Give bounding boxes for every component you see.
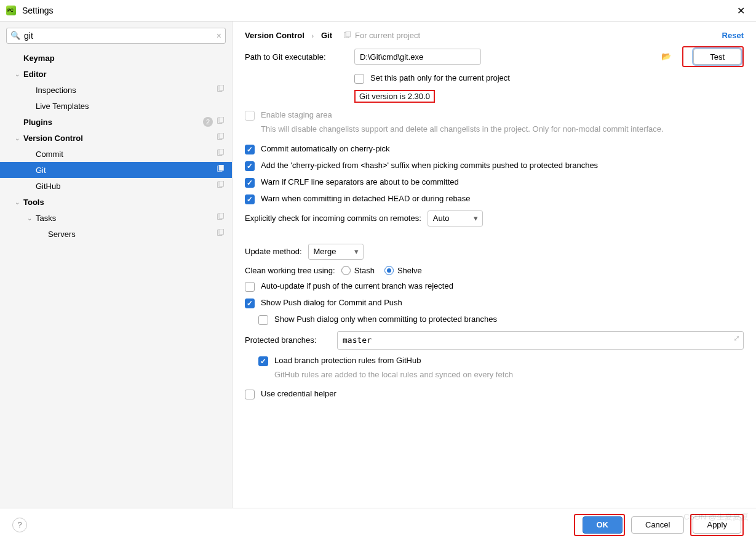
test-button[interactable]: Test [693,49,741,65]
search-input[interactable] [6,28,226,44]
sidebar-item-inspections[interactable]: Inspections [0,82,232,98]
svg-rect-13 [219,213,223,218]
sidebar-item-version-control[interactable]: ⌄Version Control [0,130,232,146]
enable-staging-label: Enable staging area [261,110,332,119]
git-path-input[interactable] [354,49,481,65]
copy-icon [343,31,351,39]
cherry-suffix-label: Add the 'cherry-picked from <hash>' suff… [261,161,598,170]
folder-icon[interactable]: 📂 [661,52,671,61]
sidebar-item-editor[interactable]: ⌄Editor [0,66,232,82]
protected-label: Protected branches: [245,335,337,345]
sidebar-item-servers[interactable]: Servers [0,226,232,242]
explicit-check-select[interactable]: Auto [428,210,483,226]
git-version-text: Git version is 2.30.0 [354,90,435,103]
svg-rect-7 [219,149,223,154]
window-title: Settings [22,6,54,15]
app-icon [6,6,16,15]
clean-tree-label: Clean working tree using: [245,266,335,275]
set-path-only-checkbox[interactable] [354,74,364,84]
warn-crlf-label: Warn if CRLF line separators are about t… [261,177,459,186]
load-branch-rules-label: Load branch protection rules from GitHub [274,356,421,365]
show-push-protected-label: Show Push dialog only when committing to… [274,315,497,324]
sidebar-item-git[interactable]: Git [0,162,232,178]
show-push-protected-checkbox[interactable] [258,315,268,325]
help-button[interactable]: ? [12,518,27,532]
show-push-dialog-checkbox[interactable] [245,299,255,308]
search-icon: 🔍 [10,31,20,40]
clear-icon[interactable]: × [217,31,221,41]
load-branch-rules-help: GitHub rules are added to the local rule… [274,369,744,381]
stash-radio[interactable] [341,266,351,275]
cherry-suffix-checkbox[interactable] [245,161,255,171]
commit-auto-checkbox[interactable] [245,145,255,154]
svg-rect-1 [219,85,223,90]
update-method-label: Update method: [245,247,302,256]
explicit-check-label: Explicitly check for incoming commits on… [245,214,421,223]
breadcrumb-git: Git [321,31,332,40]
svg-rect-17 [346,31,350,37]
svg-rect-9 [219,165,223,170]
load-branch-rules-checkbox[interactable] [258,356,268,366]
auto-update-push-label: Auto-update if push of the current branc… [261,281,453,291]
breadcrumb-vc[interactable]: Version Control [245,31,304,40]
enable-staging-checkbox [245,111,255,121]
expand-icon[interactable]: ⤢ [733,334,740,343]
footer: ? OK Cancel Apply [0,508,756,541]
sidebar-item-live-templates[interactable]: Live Templates [0,98,232,114]
titlebar: Settings ✕ [0,0,756,22]
sidebar-item-keymap[interactable]: Keymap [0,50,232,66]
close-icon[interactable]: ✕ [732,2,750,19]
cancel-button[interactable]: Cancel [631,516,684,534]
sidebar-item-plugins[interactable]: Plugins2 [0,114,232,130]
warn-crlf-checkbox[interactable] [245,178,255,188]
warn-detached-checkbox[interactable] [245,194,255,204]
warn-detached-label: Warn when committing in detached HEAD or… [261,194,471,203]
breadcrumb: Version Control › Git [245,30,332,40]
protected-branches-input[interactable] [337,331,744,350]
stash-label: Stash [354,266,375,275]
auto-update-push-checkbox[interactable] [245,282,255,292]
sidebar-item-commit[interactable]: Commit [0,146,232,162]
use-credential-checkbox[interactable] [245,390,255,399]
apply-button[interactable]: Apply [693,516,741,534]
shelve-radio[interactable] [384,266,394,275]
sidebar-item-tools[interactable]: ⌄Tools [0,194,232,210]
show-push-dialog-label: Show Push dialog for Commit and Push [261,298,402,307]
svg-rect-3 [219,117,223,122]
content-area: Version Control › Git For current projec… [233,22,756,508]
svg-rect-15 [219,229,223,234]
settings-tree: Keymap⌄EditorInspectionsLive TemplatesPl… [0,50,232,508]
update-method-select[interactable]: Merge [308,244,364,260]
path-label: Path to Git executable: [245,52,354,62]
commit-auto-label: Commit automatically on cherry-pick [261,144,390,153]
content-header: Version Control › Git For current projec… [233,22,756,46]
for-project-label: For current project [343,31,420,40]
sidebar-item-github[interactable]: GitHub [0,178,232,194]
use-credential-label: Use credential helper [261,389,336,398]
sidebar: 🔍 × Keymap⌄EditorInspectionsLive Templat… [0,22,233,508]
sidebar-item-tasks[interactable]: ⌄Tasks [0,210,232,226]
ok-button[interactable]: OK [583,516,623,534]
reset-link[interactable]: Reset [722,31,744,40]
svg-rect-11 [219,181,223,186]
svg-rect-5 [219,133,223,138]
search-wrapper: 🔍 × [6,28,226,44]
shelve-label: Shelve [397,266,422,275]
enable-staging-help: This will disable changelists support an… [261,123,744,135]
set-path-only-label: Set this path only for the current proje… [370,73,510,82]
